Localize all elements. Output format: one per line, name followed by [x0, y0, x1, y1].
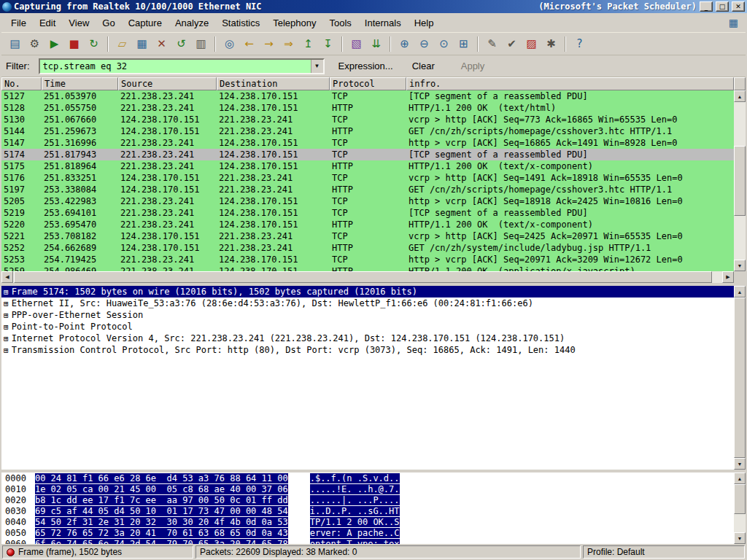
file-open-icon[interactable]: ▱ [113, 35, 131, 53]
hex-bytes[interactable]: 1e 02 05 ca 00 21 45 00 05 c8 68 ae 40 0… [35, 484, 288, 494]
hex-row-0020[interactable]: 0020b8 1c dd ee 17 f1 7c ee aa 97 00 50 … [5, 495, 734, 506]
menu-edit[interactable]: Edit [33, 15, 62, 31]
reload-icon[interactable]: ↺ [172, 35, 190, 53]
hex-vscrollbar[interactable]: ▲ ▼ [734, 472, 746, 544]
packet-row-5253[interactable]: 5253254.719425221.238.23.241124.238.170.… [1, 254, 734, 265]
status-profile[interactable]: Profile: Default [583, 545, 745, 559]
hex-bytes[interactable]: 65 72 76 65 72 3a 20 41 70 61 63 68 65 0… [35, 528, 288, 538]
scrollbar-track[interactable] [13, 271, 722, 283]
capture-start-icon[interactable]: ▶ [45, 35, 63, 53]
packet-row-5221[interactable]: 5221253.708182124.238.170.151221.238.23.… [1, 230, 734, 242]
hex-row-0040[interactable]: 004054 50 2f 31 2e 31 20 32 30 30 20 4f … [5, 517, 734, 528]
column-header-destination[interactable]: Destination [217, 77, 330, 90]
maximize-button[interactable]: □ [716, 1, 729, 12]
expert-info-indicator[interactable] [7, 548, 15, 556]
hex-bytes[interactable]: b8 1c dd ee 17 f1 7c ee aa 97 00 50 0c 0… [35, 495, 288, 505]
menu-telephony[interactable]: Telephony [266, 15, 322, 31]
scroll-down-button[interactable]: ▼ [734, 532, 746, 544]
zoom-100-icon[interactable]: ⊙ [435, 35, 453, 53]
packet-row-5219[interactable]: 5219253.694101221.238.23.241124.238.170.… [1, 207, 734, 219]
scroll-left-button[interactable]: ◀ [1, 271, 13, 283]
column-header-infro[interactable]: infro. [406, 77, 734, 90]
expander-icon[interactable]: ⊞ [4, 300, 9, 308]
column-header-no[interactable]: No. [1, 77, 42, 90]
packet-row-5220[interactable]: 5220253.695470221.238.23.241124.238.170.… [1, 219, 734, 230]
menu-help[interactable]: Help [408, 15, 441, 31]
packet-row-5144[interactable]: 5144251.259673124.238.170.151221.238.23.… [1, 125, 734, 137]
scrollbar-track[interactable] [734, 102, 746, 260]
autoscroll-icon[interactable]: ⇊ [367, 35, 385, 53]
title-bar[interactable]: Capturing from Realtek 10/100/1000 Ether… [0, 0, 747, 13]
hscroll-thumb[interactable] [14, 271, 712, 283]
close-button[interactable]: ✕ [732, 1, 745, 12]
detail-row-0[interactable]: ⊞Frame 5174: 1502 bytes on wire (12016 b… [1, 286, 734, 298]
packet-list-vscrollbar[interactable]: ▲ ▼ [734, 90, 746, 271]
expander-icon[interactable]: ⊞ [4, 288, 9, 296]
expander-icon[interactable]: ⊞ [4, 323, 9, 331]
menu-analyze[interactable]: Analyze [169, 15, 215, 31]
vscroll-thumb[interactable] [734, 146, 746, 216]
hex-row-0000[interactable]: 000000 24 81 f1 66 e6 28 6e d4 53 a3 76 … [5, 473, 734, 484]
hex-bytes[interactable]: 6f 6e 74 65 6e 74 2d 54 79 70 65 3a 20 7… [35, 539, 288, 544]
detail-row-4[interactable]: ⊞Internet Protocol Version 4, Src: 221.2… [1, 332, 734, 344]
column-header-protocol[interactable]: Protocol [330, 77, 406, 90]
hex-bytes[interactable]: 00 24 81 f1 66 e6 28 6e d4 53 a3 76 88 6… [35, 473, 288, 483]
scrollbar-track[interactable] [734, 298, 746, 458]
hex-row-0060[interactable]: 00606f 6e 74 65 6e 74 2d 54 79 70 65 3a … [5, 539, 734, 544]
zoom-out-icon[interactable]: ⊖ [415, 35, 433, 53]
detail-row-5[interactable]: ⊞Transmission Control Protocol, Src Port… [1, 344, 734, 356]
packet-row-5128[interactable]: 5128251.055750221.238.23.241124.238.170.… [1, 102, 734, 114]
go-to-packet-icon[interactable]: ⇒ [279, 35, 298, 53]
expander-icon[interactable]: ⊞ [4, 335, 9, 343]
packet-row-5205[interactable]: 5205253.422983221.238.23.241124.238.170.… [1, 195, 734, 207]
expression-button[interactable]: Expression... [333, 58, 398, 74]
go-back-icon[interactable]: ← [240, 35, 258, 53]
hex-ascii[interactable]: .....!E. ..h.@.7. [310, 484, 400, 494]
capture-stop-icon[interactable]: ■ [65, 35, 83, 53]
hex-ascii[interactable]: TP/1.1 2 00 OK..S [310, 517, 400, 527]
hex-ascii[interactable]: ......|. ...P.... [310, 495, 400, 505]
hex-bytes[interactable]: 54 50 2f 31 2e 31 20 32 30 30 20 4f 4b 0… [35, 517, 288, 527]
hex-ascii[interactable]: erver: A pache..C [310, 528, 400, 538]
packet-row-5176[interactable]: 5176251.833251124.238.170.151221.238.23.… [1, 172, 734, 184]
packet-row-5175[interactable]: 5175251.818964221.238.23.241124.238.170.… [1, 160, 734, 172]
packet-row-5197[interactable]: 5197253.338084124.238.170.151221.238.23.… [1, 184, 734, 195]
hex-row-0030[interactable]: 003069 c5 af 44 05 d4 50 10 01 17 73 47 … [5, 506, 734, 517]
scroll-right-button[interactable]: ▶ [722, 271, 734, 283]
preferences-icon[interactable]: ✱ [542, 35, 560, 53]
go-to-top-icon[interactable]: ↥ [299, 35, 317, 53]
scroll-up-button[interactable]: ▲ [734, 286, 746, 298]
hex-bytes[interactable]: 69 c5 af 44 05 d4 50 10 01 17 73 47 00 0… [35, 506, 288, 516]
hex-row-0050[interactable]: 005065 72 76 65 72 3a 20 41 70 61 63 68 … [5, 528, 734, 539]
vscroll-thumb[interactable] [734, 298, 746, 458]
menu-view[interactable]: View [62, 15, 96, 31]
print-icon[interactable]: ▥ [192, 35, 210, 53]
expander-icon[interactable]: ⊞ [4, 346, 9, 354]
hex-ascii[interactable]: ontent-T ype: tex [310, 539, 400, 544]
zoom-in-icon[interactable]: ⊕ [395, 35, 414, 53]
scroll-down-button[interactable]: ▼ [734, 260, 746, 271]
detail-row-1[interactable]: ⊞Ethernet II, Src: HuaweiTe_53:a3:76 (28… [1, 298, 734, 309]
packet-row-5127[interactable]: 5127251.053970221.238.23.241124.238.170.… [1, 90, 734, 102]
resize-columns-icon[interactable]: ⊞ [454, 35, 473, 53]
scroll-up-button[interactable]: ▲ [734, 472, 746, 484]
find-packet-icon[interactable]: ◎ [220, 35, 239, 53]
file-save-icon[interactable]: ▦ [133, 35, 151, 53]
packet-row-5259[interactable]: 5259254.986469221.238.23.241124.238.170.… [1, 265, 734, 271]
coloring-rules-icon[interactable]: ▨ [522, 35, 541, 53]
vscroll-thumb[interactable] [734, 484, 746, 514]
filter-input[interactable] [40, 60, 311, 73]
packet-row-5174[interactable]: 5174251.817943221.238.23.241124.238.170.… [1, 149, 734, 160]
capture-options-icon[interactable]: ⚙ [26, 35, 44, 53]
scrollbar-track[interactable] [734, 484, 746, 532]
colorize-icon[interactable]: ▧ [347, 35, 365, 53]
scroll-down-button[interactable]: ▼ [734, 458, 746, 470]
packet-list-hscrollbar[interactable]: ◀ ▶ [1, 271, 746, 283]
details-vscrollbar[interactable]: ▲ ▼ [734, 286, 746, 470]
interface-list-icon[interactable]: ▤ [6, 35, 24, 53]
menu-tools[interactable]: Tools [322, 15, 357, 31]
file-close-icon[interactable]: ✕ [152, 35, 171, 53]
capture-filter-icon[interactable]: ✎ [483, 35, 501, 53]
column-header-time[interactable]: Time [42, 77, 118, 90]
go-to-bottom-icon[interactable]: ↧ [319, 35, 337, 53]
